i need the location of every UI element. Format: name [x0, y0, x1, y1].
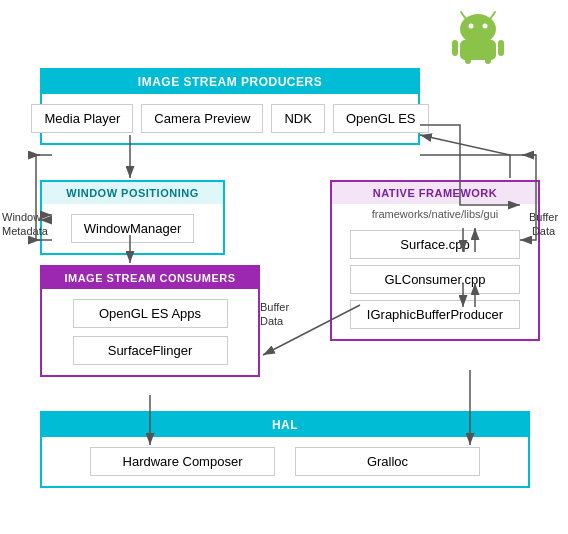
native-framework-subtitle: frameworks/native/libs/gui	[332, 204, 538, 224]
producer-camera-preview: Camera Preview	[141, 104, 263, 133]
svg-rect-9	[485, 58, 491, 64]
producer-media-player: Media Player	[31, 104, 133, 133]
svg-point-2	[460, 14, 496, 44]
window-manager-item: WindowManager	[71, 214, 195, 243]
hal-hardware-composer: Hardware Composer	[90, 447, 275, 476]
native-framework-box: NATIVE FRAMEWORK frameworks/native/libs/…	[330, 180, 540, 341]
svg-rect-8	[465, 58, 471, 64]
hal-items: Hardware Composer Gralloc	[42, 437, 528, 486]
svg-rect-7	[498, 40, 504, 56]
consumers-box: IMAGE STREAM CONSUMERS OpenGL ES Apps Su…	[40, 265, 260, 377]
consumer-opengl-es-apps: OpenGL ES Apps	[73, 299, 228, 328]
native-igraphicbufferproducer: IGraphicBufferProducer	[350, 300, 520, 329]
window-metadata-label: WindowMetadata	[2, 210, 52, 239]
native-surface-cpp: Surface.cpp	[350, 230, 520, 259]
producers-header: IMAGE STREAM PRODUCERS	[42, 70, 418, 94]
svg-rect-5	[460, 40, 496, 60]
svg-rect-6	[452, 40, 458, 56]
window-positioning-header: WINDOW POSITIONING	[42, 182, 223, 204]
window-positioning-items: WindowManager	[42, 204, 223, 253]
buffer-data-label-right: BufferData	[521, 210, 566, 239]
android-robot	[448, 4, 508, 64]
hal-header: HAL	[42, 413, 528, 437]
hal-box: HAL Hardware Composer Gralloc	[40, 411, 530, 488]
hal-gralloc: Gralloc	[295, 447, 480, 476]
window-positioning-box: WINDOW POSITIONING WindowManager	[40, 180, 225, 255]
consumers-header: IMAGE STREAM CONSUMERS	[42, 267, 258, 289]
producers-items: Media Player Camera Preview NDK OpenGL E…	[42, 94, 418, 143]
diagram: IMAGE STREAM PRODUCERS Media Player Came…	[0, 0, 568, 534]
svg-point-4	[483, 24, 488, 29]
consumer-surface-flinger: SurfaceFlinger	[73, 336, 228, 365]
producer-ndk: NDK	[271, 104, 324, 133]
native-framework-items: Surface.cpp GLConsumer.cpp IGraphicBuffe…	[332, 224, 538, 339]
svg-point-3	[469, 24, 474, 29]
buffer-data-label-center: BufferData	[260, 300, 289, 329]
producer-opengl-es: OpenGL ES	[333, 104, 429, 133]
consumers-items: OpenGL ES Apps SurfaceFlinger	[42, 289, 258, 375]
native-framework-header: NATIVE FRAMEWORK	[332, 182, 538, 204]
native-glconsumer-cpp: GLConsumer.cpp	[350, 265, 520, 294]
producers-box: IMAGE STREAM PRODUCERS Media Player Came…	[40, 68, 420, 145]
